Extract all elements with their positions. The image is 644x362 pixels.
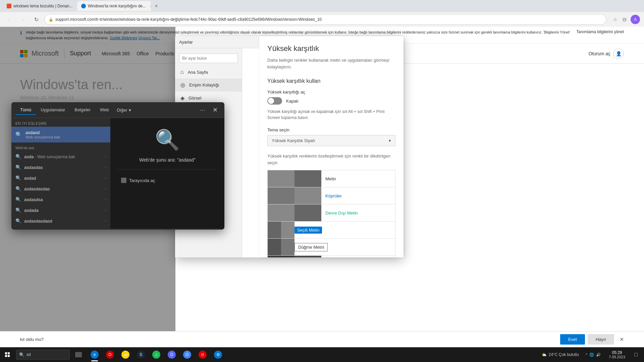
hc-swatch-bg-1[interactable] [268,256,294,257]
hc-theme-value: Yüksek Karşıtlık Siyah [272,138,315,143]
search-item-asdada[interactable]: 🔍 asdada › [11,205,110,216]
split-view-icon[interactable]: ⊟ [621,16,628,23]
hc-swatch-selected-1[interactable] [268,222,281,238]
hc-swatch-disabled-2[interactable] [294,204,321,221]
hc-swatch-button-1[interactable] [268,239,281,255]
systray-volume[interactable]: 🔊 [596,353,601,357]
search-tab-more[interactable]: Diğer ▾ [113,106,134,115]
search-tab-web[interactable]: Web [95,105,114,115]
hc-swatch-disabled-1[interactable] [268,204,294,221]
search-item-asdasdas[interactable]: 🔍 asdasdas › [11,162,110,173]
taskbar-app-opera[interactable]: O [103,347,117,362]
hc-theme-dropdown[interactable]: Yüksek Karşıtlık Siyah ▾ [267,135,395,146]
search-item-icon-1: 🔍 [15,154,21,159]
search-item-asdad[interactable]: 🔍 asdad › [11,173,110,183]
manage-cookies-label: Tanımlama bilgilerini yönet [577,29,624,34]
taskbar-app-edge[interactable]: e [87,347,102,362]
start-button[interactable] [0,347,15,362]
hc-color-row-selected: Seçili Metin [267,221,395,239]
user-silhouette: 👤 [616,51,622,56]
search-tabs: Tümü Uygulamalar Belgeler Web Diğer ▾ [15,105,195,115]
new-tab-button[interactable]: + [152,1,161,11]
taskbar-app-explorer[interactable]: 📁 [118,347,133,362]
browser-chrome: windows tema bozuldu | Donan... ✕ Window… [0,0,644,27]
feedback-close-icon[interactable]: ✕ [620,336,624,343]
notification-button[interactable]: □ [631,347,641,362]
open-in-browser-button[interactable]: Tarayıcıda aç [117,175,218,186]
signin-button[interactable]: Oturum aç 👤 [589,48,624,59]
search-close-button[interactable]: ✕ [210,105,220,115]
feedback-yes-button[interactable]: Evet [560,334,585,345]
address-text: support.microsoft.com/tr-tr/windows/wind… [55,17,322,22]
settings-search [175,51,242,66]
search-tab-all[interactable]: Tümü [15,105,36,115]
hc-swatch-metin-1[interactable] [268,170,294,187]
search-arrow-3: › [105,176,106,180]
settings-nav-home[interactable]: ⌂ Ana Sayfa [175,66,242,78]
manage-cookies-button[interactable]: Tanımlama bilgilerini yönet [577,29,624,34]
back-button[interactable]: ‹ [4,14,15,25]
search-tab-apps[interactable]: Uygulamalar [36,105,70,115]
taskbar: 🔍 sd e O 📁 S ♫ D G ⊙ ⚙ [0,347,644,362]
taskbar-app-steam[interactable]: S [133,347,148,362]
task-view-icon [75,352,82,357]
hc-swatch-bg-2[interactable] [294,256,321,257]
taskbar-right-section: ⛅ 24°C Çok bulutlu ^ 🌐 🔊 05:29 7.09.2023… [539,347,644,362]
best-match-sub: Web sonuçlarına bak [25,135,60,139]
search-item-asdasdasdas[interactable]: 🔍 asdasdasdas › [11,183,110,194]
hc-label-selected: Seçili Metin [294,227,322,234]
browser-nav: ‹ › ↻ 🔒 support.microsoft.com/tr-tr/wind… [0,12,644,27]
search-item-asda[interactable]: 🔍 asda - Web sonuçlarına bak › [11,151,110,162]
taskbar-app-chrome[interactable]: G [180,347,195,362]
taskbar-app-discord[interactable]: D [164,347,179,362]
dropdown-chevron: ▾ [389,138,391,143]
hc-color-section-label: Yüksek karşıtlık renklerini özelleştirme… [267,153,395,166]
best-match-label: En iyi eşleşme [11,118,110,127]
hc-color-row-button: Düğme Metni [267,238,395,256]
more-chevron: ▾ [129,108,131,113]
search-body: En iyi eşleşme 🔍 asdasd Web sonuçlarına … [11,118,224,229]
search-tab-docs[interactable]: Belgeler [70,105,95,115]
bookmark-icon[interactable]: ☆ [612,16,619,23]
refresh-button[interactable]: ↻ [31,14,42,25]
explorer-icon: 📁 [121,351,129,359]
taskbar-app-settings[interactable]: ⚙ [211,347,225,362]
hc-swatch-metin-2[interactable] [294,170,321,187]
taskbar-search-bar[interactable]: 🔍 sd [16,350,70,360]
search-item-icon-6: 🔍 [15,207,21,213]
tab2-title: Windows'ta renk karşıtlığını de... [88,4,146,8]
taskbar-clock[interactable]: 05:29 7.09.2023 [605,350,629,359]
taskbar-app-opera2[interactable]: ⊙ [195,347,210,362]
feedback-no-button[interactable]: Hayır [588,334,614,345]
systray: ^ 🌐 🔊 [583,353,603,357]
hc-swatch-selected-2[interactable] [281,222,294,238]
search-item-asdasdasdasd[interactable]: 🔍 asdasdasdasd › [11,216,110,226]
settings-nav-accessibility[interactable]: ◎ Erişim Kolaylığı [175,78,242,92]
task-view-button[interactable] [71,347,86,362]
search-arrow-5: › [105,197,106,202]
settings-search-input[interactable] [179,54,238,63]
hc-label-button: Düğme Metni [294,243,328,251]
systray-arrow[interactable]: ^ [586,353,587,357]
tab2-close[interactable]: ✕ [150,4,151,8]
hc-swatch-kopruler-1[interactable] [268,187,294,204]
address-bar[interactable]: 🔒 support.microsoft.com/tr-tr/windows/wi… [44,14,606,25]
search-action-more[interactable]: ⋯ [198,105,207,115]
browser-tab-1[interactable]: windows tema bozuldu | Donan... ✕ [3,1,76,11]
hc-swatch-button-2[interactable] [281,239,294,255]
hc-title: Yüksek karşıtlık [267,44,395,53]
start-icon [5,352,10,357]
search-item-icon-3: 🔍 [15,175,21,181]
search-left-panel: En iyi eşleşme 🔍 asdasd Web sonuçlarına … [11,118,110,229]
profile-icon[interactable]: A [631,15,640,24]
browser-tab-2[interactable]: Windows'ta renk karşıtlığını de... ✕ [77,1,151,11]
search-item-asdasdsa[interactable]: 🔍 asdasdsa › [11,194,110,205]
systray-network[interactable]: 🌐 [589,353,594,357]
hc-toggle-switch[interactable] [267,97,282,105]
hc-toggle-status: Kapalı [286,99,299,104]
forward-button[interactable]: › [17,14,28,25]
best-match-item[interactable]: 🔍 asdasd Web sonuçlarına bak [11,127,110,142]
taskbar-app-spotify[interactable]: ♫ [149,347,164,362]
hc-swatch-kopruler-2[interactable] [294,187,321,204]
taskbar-weather[interactable]: ⛅ 24°C Çok bulutlu [539,352,582,357]
